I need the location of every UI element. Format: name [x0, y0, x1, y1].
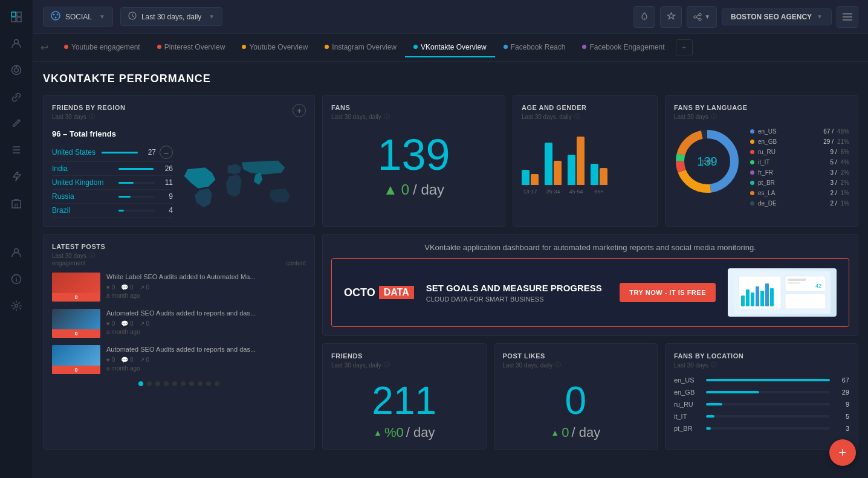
region-row-uk[interactable]: United Kingdom 11: [52, 176, 173, 190]
tab-dot: [242, 45, 246, 49]
octo-text: OCTO: [344, 286, 375, 299]
post-likes-card: POST LIKES Last 30 days, daily ⓘ 0 ▲ 0 /…: [494, 343, 658, 450]
post-meta-2: Automated SEO Audits added to reports an…: [106, 309, 306, 335]
info-icon: ⓘ: [384, 361, 390, 369]
svg-point-6: [15, 68, 19, 73]
page-dot-3[interactable]: [155, 381, 160, 386]
agency-label: BOSTON SEO AGENCY: [731, 13, 812, 21]
sidebar-item-info[interactable]: [5, 268, 27, 290]
row-2: LATEST POSTS Last 30 days ⓘ engagement c…: [43, 234, 858, 450]
social-selector[interactable]: SOCIAL ▼: [43, 7, 113, 27]
page-dot-2[interactable]: [147, 381, 152, 386]
sidebar-item-lightning[interactable]: [5, 166, 27, 187]
lang-count: 3 /: [830, 179, 837, 186]
tab-dot: [504, 45, 508, 49]
friends-day-label: / day: [406, 425, 435, 441]
post-title-2: Automated SEO Audits added to reports an…: [106, 309, 306, 318]
fans-subtitle: Last 30 days, daily ⓘ: [331, 112, 496, 121]
friends-bottom-title: FRIENDS: [331, 352, 478, 360]
page-dot-7[interactable]: [189, 381, 194, 386]
tab-facebook-reach[interactable]: Facebook Reach: [495, 38, 574, 57]
region-row-brazil[interactable]: Brazil 4: [52, 204, 173, 218]
promo-subline: CLOUD DATA FOR SMART BUSINESS: [426, 296, 608, 303]
menu-button[interactable]: [837, 6, 858, 28]
tab-facebook-engagement[interactable]: Facebook Engagement: [574, 38, 673, 57]
tab-back-button[interactable]: ↩: [38, 39, 51, 56]
svg-point-20: [57, 14, 59, 16]
tab-vkontakte-overview[interactable]: VKontakte Overview: [405, 38, 495, 57]
likes-day-label: / day: [571, 425, 600, 441]
post-stats-2: ♥ 0 💬 0 ↗ 0: [106, 320, 306, 327]
page-dot-6[interactable]: [181, 381, 186, 386]
sidebar-item-person[interactable]: [5, 242, 27, 263]
expand-button[interactable]: +: [293, 104, 306, 117]
likes-icon: ♥ 0: [106, 284, 115, 291]
lang-name: es_LA: [758, 190, 826, 196]
lang-count: 5 /: [830, 159, 837, 166]
agency-arrow-icon: ▼: [817, 13, 823, 20]
loc-name: en_GB: [674, 389, 701, 396]
tab-label: Youtube engagement: [71, 43, 140, 51]
date-selector[interactable]: Last 30 days, daily ▼: [120, 7, 222, 26]
plus-icon[interactable]: +: [293, 104, 306, 117]
svg-rect-0: [11, 12, 16, 16]
tab-label: Youtube Overview: [249, 43, 308, 51]
sidebar-item-links[interactable]: [5, 86, 27, 108]
tab-instagram-overview[interactable]: Instagram Overview: [316, 38, 405, 57]
likes-change: 0: [562, 425, 569, 441]
lang-item-frfr: fr_FR 3 / 2%: [750, 169, 849, 176]
lang-count: 2 /: [830, 190, 837, 196]
region-row-russia[interactable]: Russia 9: [52, 190, 173, 204]
male-bar: [522, 170, 530, 185]
friends-change: %0: [384, 425, 404, 441]
loc-bar-bg: [706, 427, 830, 430]
fab-button[interactable]: +: [829, 439, 856, 466]
loc-item-engb: en_GB 29: [674, 389, 849, 396]
tab-youtube-engagement[interactable]: Youtube engagement: [56, 38, 149, 57]
fire-button[interactable]: [633, 6, 655, 28]
promo-screenshot: 42: [728, 268, 837, 317]
sidebar-item-edit[interactable]: [5, 112, 27, 134]
region-bar: [102, 152, 138, 153]
loc-bar-bg: [706, 379, 830, 381]
svg-rect-48: [788, 279, 806, 281]
page-dot-4[interactable]: [164, 381, 169, 386]
tab-youtube-overview[interactable]: Youtube Overview: [233, 38, 316, 57]
likes-number: 0: [503, 381, 649, 420]
sidebar-item-users[interactable]: [5, 33, 27, 54]
shares-icon: ↗ 0: [140, 284, 149, 291]
region-count: 27: [141, 148, 156, 157]
region-row-india[interactable]: India 26: [52, 162, 173, 176]
share-arrow-icon: ▼: [704, 13, 710, 20]
svg-line-27: [696, 18, 699, 19]
sidebar-item-charts[interactable]: [5, 59, 27, 81]
sidebar-item-dashboard[interactable]: [5, 6, 27, 28]
loc-bar-bg: [706, 391, 830, 393]
svg-rect-44: [756, 286, 759, 306]
sidebar-item-list[interactable]: [5, 139, 27, 161]
region-row-us[interactable]: United States 27 –: [52, 143, 173, 162]
add-tab-button[interactable]: +: [676, 39, 693, 56]
tab-label: Facebook Reach: [511, 43, 566, 51]
star-button[interactable]: [660, 6, 682, 28]
tab-pinterest-overview[interactable]: Pinterest Overview: [149, 38, 234, 57]
likes-day: ▲ 0 / day: [503, 425, 649, 441]
try-now-button[interactable]: TRY NOW - IT IS FREE: [620, 283, 716, 302]
region-name: Russia: [52, 192, 115, 201]
sidebar-item-building[interactable]: [5, 192, 27, 214]
sidebar-item-settings[interactable]: [5, 295, 27, 317]
page-dot-9[interactable]: [206, 381, 211, 386]
lang-item-esla: es_LA 2 / 1%: [750, 190, 849, 196]
page-dot-8[interactable]: [198, 381, 202, 386]
page-dot-10[interactable]: [215, 381, 219, 386]
page-dot-1[interactable]: [138, 381, 143, 386]
post-thumbnail-2: 0: [52, 309, 100, 338]
loc-bar: [706, 415, 714, 418]
data-badge: DATA: [379, 286, 414, 299]
share-button[interactable]: ▼: [687, 6, 717, 28]
world-map-area: [167, 132, 306, 234]
page-dot-5[interactable]: [172, 381, 177, 386]
social-icon: [51, 11, 60, 22]
fans-title: FANS: [331, 104, 496, 111]
agency-selector[interactable]: BOSTON SEO AGENCY ▼: [722, 8, 832, 25]
